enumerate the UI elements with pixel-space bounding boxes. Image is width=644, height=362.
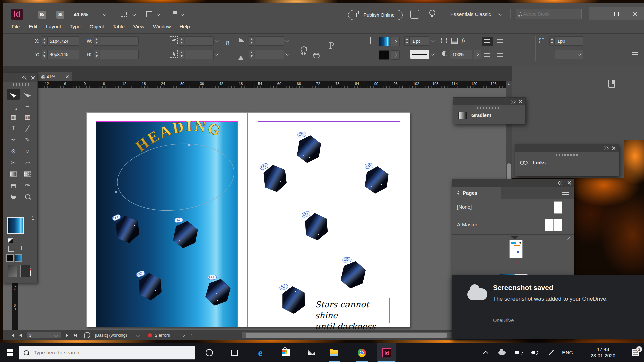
hexagon-image-7[interactable] bbox=[363, 166, 390, 195]
align-center-button[interactable] bbox=[494, 37, 506, 46]
publish-online-button[interactable]: Publish Online bbox=[348, 10, 403, 20]
scale-x-field[interactable] bbox=[185, 36, 214, 46]
action-center-button[interactable]: 3 bbox=[632, 343, 639, 362]
master-thumbnail[interactable] bbox=[554, 201, 562, 214]
rotation-field[interactable] bbox=[255, 36, 284, 46]
taskbar-search-input[interactable] bbox=[33, 349, 178, 356]
fill-more-button[interactable] bbox=[391, 37, 400, 46]
hexagon-photo[interactable] bbox=[280, 286, 307, 315]
taskbar-search[interactable] bbox=[19, 343, 195, 362]
y-field[interactable] bbox=[47, 50, 79, 59]
preview-mode-button[interactable] bbox=[20, 265, 30, 277]
hand-tool[interactable] bbox=[7, 191, 20, 202]
links-drag-handle[interactable] bbox=[555, 153, 579, 157]
workspace-switcher[interactable]: Essentials Classic bbox=[450, 11, 491, 17]
baseline-grid-icon[interactable] bbox=[539, 38, 544, 43]
formatting-affects-text-icon[interactable]: T bbox=[20, 245, 23, 251]
align-right-button[interactable] bbox=[482, 50, 493, 59]
free-transform-tool[interactable]: ▱ bbox=[21, 157, 34, 168]
hexagon-image-1[interactable] bbox=[113, 214, 142, 245]
note-tool[interactable]: ▤ bbox=[7, 180, 20, 191]
normal-view-button[interactable] bbox=[8, 265, 17, 277]
taskbar-clock[interactable]: 17:43 23-01-2020 bbox=[591, 343, 615, 362]
pen-tool[interactable]: ✒ bbox=[7, 134, 20, 145]
line-tool[interactable]: ╱ bbox=[21, 123, 34, 134]
hexagon-photo[interactable] bbox=[338, 259, 368, 291]
stroke-more-button[interactable] bbox=[391, 50, 400, 60]
menu-help[interactable]: Help bbox=[175, 24, 194, 29]
w-field[interactable] bbox=[100, 36, 139, 46]
h-stepper[interactable] bbox=[94, 50, 99, 59]
swap-fill-stroke-icon[interactable] bbox=[28, 216, 33, 220]
apply-gradient-button[interactable] bbox=[15, 254, 22, 262]
view-options-chevron-icon[interactable] bbox=[132, 12, 136, 16]
store-button[interactable] bbox=[279, 343, 292, 362]
heading-arched-text[interactable]: HEADING bbox=[134, 116, 250, 159]
tools-close-icon[interactable] bbox=[31, 76, 35, 80]
default-fill-stroke-icon[interactable] bbox=[8, 238, 13, 243]
workspace-chevron-icon[interactable] bbox=[498, 12, 502, 15]
previous-page-button[interactable] bbox=[19, 334, 22, 337]
apply-color-button[interactable] bbox=[6, 254, 14, 262]
horizontal-scroll-thumb[interactable] bbox=[246, 333, 447, 338]
menu-window[interactable]: Window bbox=[149, 24, 175, 29]
pages-close-icon[interactable] bbox=[567, 181, 571, 185]
stroke-weight-field[interactable] bbox=[410, 36, 429, 46]
gradient-feather-tool[interactable] bbox=[21, 169, 34, 179]
page-tool[interactable] bbox=[7, 100, 20, 111]
shear-chevron-icon[interactable] bbox=[285, 52, 289, 55]
adobe-stock-search-input[interactable] bbox=[522, 11, 574, 17]
opacity-field[interactable] bbox=[450, 50, 472, 59]
cortana-button[interactable] bbox=[203, 343, 216, 362]
rotation-chevron-icon[interactable] bbox=[285, 38, 289, 42]
master-row-none[interactable]: [None] bbox=[452, 199, 574, 216]
gap-tool[interactable]: ↔ bbox=[21, 100, 34, 111]
hexagon-image-8[interactable] bbox=[302, 212, 330, 242]
scroll-left-icon[interactable] bbox=[191, 334, 194, 337]
mail-button[interactable] bbox=[305, 343, 318, 362]
hexagon-photo[interactable] bbox=[295, 134, 323, 164]
direct-selection-tool[interactable] bbox=[21, 89, 34, 100]
gradient-swatch-icon[interactable] bbox=[458, 112, 467, 119]
edge-button[interactable]: e bbox=[254, 343, 267, 362]
bridge-button[interactable]: Br bbox=[38, 11, 46, 19]
hexagon-photo[interactable] bbox=[171, 219, 200, 250]
eyedropper-tool[interactable]: ✑ bbox=[21, 180, 34, 191]
pages-scroll-up-icon[interactable] bbox=[567, 237, 572, 242]
path-handle-left[interactable] bbox=[115, 191, 117, 193]
corner-options-icon[interactable] bbox=[441, 38, 447, 43]
tools-panel-header[interactable] bbox=[3, 73, 37, 82]
page-1-thumbnail[interactable]: A bbox=[509, 240, 523, 258]
opacity-more-button[interactable] bbox=[474, 50, 481, 59]
screen-mode-icon[interactable] bbox=[170, 11, 177, 17]
indesign-taskbar-button[interactable]: Id bbox=[377, 343, 396, 362]
document-tab-close-icon[interactable] bbox=[66, 75, 69, 78]
x-field[interactable] bbox=[47, 36, 79, 46]
constrain-scale-icon[interactable]: 8 bbox=[225, 40, 231, 50]
close-button[interactable] bbox=[626, 7, 644, 21]
links-close-icon[interactable] bbox=[612, 146, 615, 150]
adobe-stock-search[interactable] bbox=[516, 9, 582, 19]
scale-y-stepper[interactable] bbox=[179, 50, 184, 59]
gradient-close-icon[interactable] bbox=[519, 100, 522, 103]
gradient-drag-handle[interactable] bbox=[477, 106, 501, 110]
last-page-button[interactable] bbox=[74, 334, 77, 337]
zoom-tool[interactable] bbox=[21, 191, 34, 202]
selection-tool[interactable] bbox=[7, 89, 20, 100]
pages-tab[interactable]: Pages bbox=[452, 187, 501, 199]
screen-mode-chevron-icon[interactable] bbox=[180, 12, 184, 16]
document-tab[interactable]: @ 41% bbox=[38, 72, 72, 81]
hexagon-image-3[interactable] bbox=[137, 272, 164, 301]
tray-overflow-button[interactable] bbox=[480, 343, 492, 362]
align-justify-button[interactable] bbox=[494, 50, 506, 59]
hexagon-image-5[interactable] bbox=[295, 134, 323, 164]
w-stepper[interactable] bbox=[94, 36, 99, 46]
ellipse-tool[interactable]: ○ bbox=[21, 146, 34, 157]
menu-object[interactable]: Object bbox=[85, 24, 108, 29]
baseline-field[interactable] bbox=[555, 36, 583, 46]
stroke-weight-chevron-icon[interactable] bbox=[431, 38, 434, 42]
type-tool[interactable]: T bbox=[7, 123, 20, 134]
book-panel-icon[interactable] bbox=[608, 80, 615, 88]
frame-edges-chevron-icon[interactable] bbox=[156, 12, 160, 16]
start-button[interactable] bbox=[3, 343, 17, 362]
